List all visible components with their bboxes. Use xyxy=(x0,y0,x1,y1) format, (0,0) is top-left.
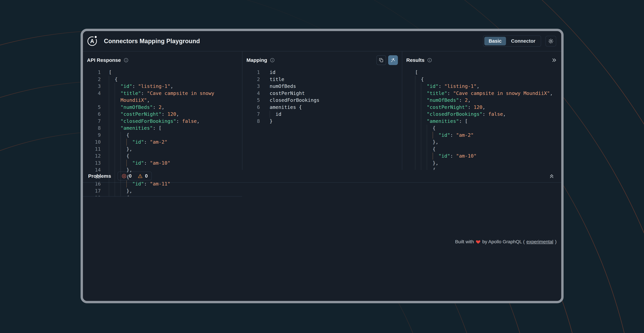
info-icon[interactable] xyxy=(124,58,128,63)
line-number: 12 xyxy=(83,153,109,160)
code-line: 9 { xyxy=(83,132,242,139)
results-viewer[interactable]: [ { "id": "listing-1", "title": "Cave ca… xyxy=(402,69,561,170)
playground-window: A Connectors Mapping Playground Basic Co… xyxy=(80,29,564,303)
problems-label: Problems xyxy=(88,173,111,179)
theme-toggle-button[interactable] xyxy=(546,36,556,47)
code-line: MoundiiX", xyxy=(83,97,242,104)
results-header: Results xyxy=(402,51,561,69)
line-number: 8 xyxy=(83,125,109,132)
magic-wand-button[interactable] xyxy=(388,55,398,65)
code-line: 1id xyxy=(242,69,402,76)
line-number: 5 xyxy=(83,104,109,111)
footer-credit: Built with by Apollo GraphQL (experiment… xyxy=(455,239,556,244)
code-line: "closedForBookings": false, xyxy=(415,111,561,118)
code-line: 11 }, xyxy=(83,146,242,153)
info-icon[interactable] xyxy=(427,58,432,63)
mode-toggle-group: Basic Connector xyxy=(483,36,541,47)
code-line: "title": "Cave campsite in snowy Moundii… xyxy=(415,90,561,97)
api-response-title: API Response xyxy=(87,57,121,63)
code-line: { xyxy=(415,125,561,132)
page: A Connectors Mapping Playground Basic Co… xyxy=(0,0,644,333)
code-line: 3 "id": "listing-1", xyxy=(83,83,242,90)
line-number: 2 xyxy=(83,76,109,83)
mapping-panel: Mapping xyxy=(242,51,402,170)
experimental-link[interactable]: experimental xyxy=(526,239,553,244)
line-number: 13 xyxy=(83,160,109,167)
collapse-results-button[interactable] xyxy=(552,57,557,63)
code-line: { xyxy=(415,167,561,170)
warning-count: 0 xyxy=(145,173,148,179)
line-number: 4 xyxy=(83,90,109,97)
copy-icon xyxy=(379,58,384,63)
chevrons-right-icon xyxy=(552,57,557,63)
sun-icon xyxy=(548,38,554,44)
api-response-header: API Response xyxy=(83,51,242,69)
line-number: 1 xyxy=(83,69,109,76)
code-line: { xyxy=(415,146,561,153)
code-line: 3numOfBeds xyxy=(242,83,402,90)
code-line: [ xyxy=(415,69,561,76)
heart-icon xyxy=(476,239,481,244)
code-line: 2title xyxy=(242,76,402,83)
line-number: 4 xyxy=(242,90,270,97)
tab-connector[interactable]: Connector xyxy=(507,37,540,45)
line-number: 7 xyxy=(242,111,270,118)
code-line: 4costPerNight xyxy=(242,90,402,97)
line-number: 6 xyxy=(83,111,109,118)
copy-mapping-button[interactable] xyxy=(376,55,386,65)
code-line: "costPerNight": 120, xyxy=(415,104,561,111)
line-number: 11 xyxy=(83,146,109,153)
footer-middle: by Apollo GraphQL ( xyxy=(482,239,525,244)
mapping-header: Mapping xyxy=(242,51,402,69)
code-line: 6amenities { xyxy=(242,104,402,111)
info-icon[interactable] xyxy=(270,58,275,63)
expand-problems-button[interactable] xyxy=(549,173,554,179)
line-number: 10 xyxy=(83,139,109,146)
warning-triangle-icon xyxy=(138,174,143,179)
line-number: 7 xyxy=(83,118,109,125)
mapping-title: Mapping xyxy=(246,57,267,63)
app-header: A Connectors Mapping Playground Basic Co… xyxy=(83,31,561,51)
line-number: 2 xyxy=(242,76,270,83)
line-number: 3 xyxy=(83,83,109,90)
line-number: 6 xyxy=(242,104,270,111)
code-line: 12 { xyxy=(83,153,242,160)
results-title: Results xyxy=(406,57,424,63)
code-line: "amenities": [ xyxy=(415,118,561,125)
code-line: 2 { xyxy=(83,76,242,83)
code-line: 7 "closedForBookings": false, xyxy=(83,118,242,125)
code-line: 6 "costPerNight": 120, xyxy=(83,111,242,118)
line-number: 8 xyxy=(242,118,270,125)
code-line: 1[ xyxy=(83,69,242,76)
footer-suffix: ) xyxy=(555,239,556,244)
line-number: 9 xyxy=(83,132,109,139)
tab-basic[interactable]: Basic xyxy=(484,37,506,45)
code-line: "id": "listing-1", xyxy=(415,83,561,90)
page-title: Connectors Mapping Playground xyxy=(104,38,200,45)
code-line: 5 "numOfBeds": 2, xyxy=(83,104,242,111)
code-line: }, xyxy=(415,139,561,146)
main-area: API Response 1[2 {3 "id": "listing-1",4 … xyxy=(83,51,561,170)
mapping-editor[interactable]: 1id2title3numOfBeds4costPerNight5closedF… xyxy=(242,69,402,170)
code-line: 13 "id": "am-10" xyxy=(83,160,242,167)
code-line: 4 "title": "Cave campsite in snowy xyxy=(83,90,242,97)
magic-wand-icon xyxy=(390,58,396,63)
code-line: 7 id xyxy=(242,111,402,118)
line-number: 5 xyxy=(242,97,270,104)
results-panel: Results [ { xyxy=(402,51,561,170)
line-number: 1 xyxy=(242,69,270,76)
line-number xyxy=(83,97,109,104)
code-line: { xyxy=(415,76,561,83)
code-line: "id": "am-2" xyxy=(415,132,561,139)
chevrons-up-icon xyxy=(549,173,554,179)
code-line: 10 "id": "am-2" xyxy=(83,139,242,146)
code-line: }, xyxy=(415,160,561,167)
footer-prefix: Built with xyxy=(455,239,474,244)
footer: Built with by Apollo GraphQL (experiment… xyxy=(83,183,561,301)
code-line: "numOfBeds": 2, xyxy=(415,97,561,104)
code-line: 8 "amenities": [ xyxy=(83,125,242,132)
line-number: 3 xyxy=(242,83,270,90)
code-line: "id": "am-10" xyxy=(415,153,561,160)
code-line: 5closedForBookings xyxy=(242,97,402,104)
left-column: API Response 1[2 {3 "id": "listing-1",4 … xyxy=(83,51,242,170)
